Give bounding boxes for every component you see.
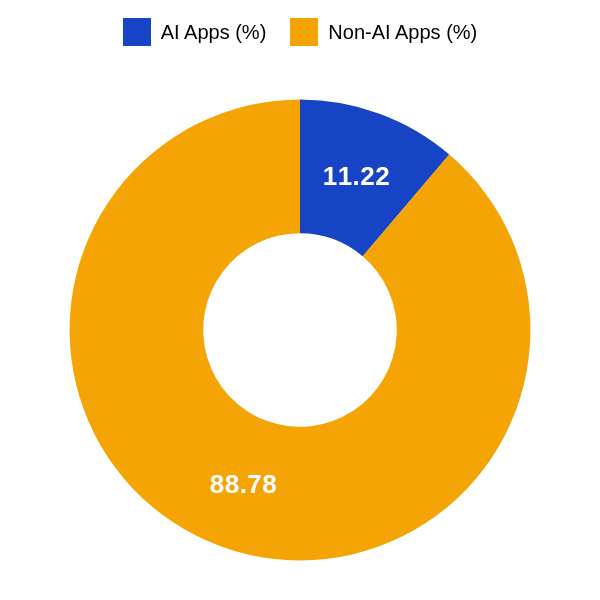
- legend-swatch: [123, 18, 151, 46]
- donut-svg: [60, 90, 540, 570]
- legend-swatch: [290, 18, 318, 46]
- legend-label: AI Apps (%): [161, 21, 267, 44]
- legend-item-non-ai: Non-AI Apps (%): [290, 18, 477, 46]
- legend-item-ai: AI Apps (%): [123, 18, 267, 46]
- donut-chart: 11.22 88.78: [60, 90, 540, 570]
- chart-legend: AI Apps (%) Non-AI Apps (%): [0, 0, 600, 46]
- slice-label-non-ai: 88.78: [210, 468, 278, 499]
- slice-label-ai: 11.22: [323, 161, 391, 192]
- legend-label: Non-AI Apps (%): [328, 21, 477, 44]
